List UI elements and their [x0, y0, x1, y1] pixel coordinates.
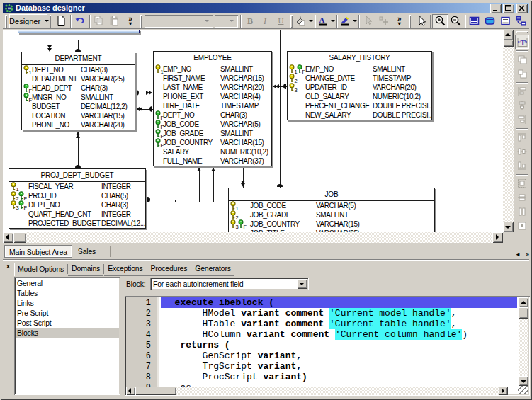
code-line-1[interactable]: execute ibeblock ( [161, 297, 517, 308]
canvas-scroll-up-button[interactable] [503, 30, 514, 40]
panel-close-button[interactable]: x [4, 263, 12, 270]
align-center-h-button[interactable] [515, 98, 529, 113]
code-line-4[interactable]: HColumn variant comment 'Current column … [161, 329, 517, 340]
editor-scroll-up-button[interactable] [519, 297, 528, 307]
code-line-3[interactable]: HTable variant comment 'Current table ha… [161, 319, 517, 329]
font-color-button[interactable]: A [317, 14, 335, 28]
panel-tab-procedures[interactable]: Procedures [147, 262, 191, 276]
canvas-scroll-right-button[interactable] [492, 232, 503, 243]
toolbar-overflow-chevron[interactable]: »▾ [392, 14, 407, 28]
toolbar-gripper[interactable] [516, 31, 528, 33]
subject-tab-main-subject-area[interactable]: Main Subject Area [4, 245, 72, 258]
editor-scroll-down-button[interactable] [519, 376, 528, 386]
code-editor[interactable]: 123456789 execute ibeblock ( HModel vari… [125, 296, 530, 396]
panel-tab-exceptions[interactable]: Exceptions [104, 262, 146, 276]
align-right-button[interactable] [515, 113, 529, 127]
editor-scroll-left-button[interactable] [126, 387, 135, 395]
resize-grip[interactable] [518, 386, 528, 394]
toolbar-gripper[interactable] [290, 15, 293, 28]
canvas-hscroll-thumb[interactable] [13, 232, 26, 243]
new-document-button[interactable] [53, 14, 69, 28]
align-bottom-button[interactable] [515, 159, 529, 173]
italic-button[interactable]: I [257, 14, 273, 28]
toolbar-scroll-left-icon[interactable]: ◄ [515, 251, 521, 258]
diagram-table-salary_history[interactable]: SALARY_HISTORY1FEMP_NOSMALLINT2CHANGE_DA… [287, 51, 432, 120]
dropdown-arrow-icon[interactable] [353, 20, 357, 22]
fit-page-button[interactable] [515, 219, 529, 233]
code-line-6[interactable]: GenScript variant, [161, 350, 517, 361]
toolbar-gripper[interactable] [50, 15, 52, 28]
editor-hscrollbar[interactable] [126, 387, 508, 395]
editor-scroll-right-button[interactable] [499, 387, 508, 395]
options-list-item-tables[interactable]: Tables [16, 288, 119, 298]
same-size-button[interactable] [515, 176, 529, 190]
diagram-canvas[interactable]: DEPARTMENT1DEPT_NOCHAR(3)DEPARTMENTVARCH… [3, 30, 503, 232]
options-list-item-post-script[interactable]: Post Script [16, 318, 119, 328]
close-button[interactable] [516, 4, 528, 13]
align-middle-button[interactable] [515, 144, 529, 159]
editor-vscrollbar[interactable] [519, 297, 528, 386]
panel-tab-model-options[interactable]: Model Options [14, 263, 67, 276]
editor-vscroll-thumb[interactable] [519, 307, 528, 319]
editor-code-area[interactable]: execute ibeblock ( HModel variant commen… [161, 297, 517, 394]
subject-tab-sales[interactable]: Sales [74, 245, 100, 258]
editor-hscroll-thumb[interactable] [135, 387, 176, 395]
zoom-in-button[interactable] [432, 14, 448, 28]
same-height-button[interactable] [515, 205, 529, 219]
select-pointer-button[interactable] [361, 14, 376, 28]
clipped-table-bottom[interactable] [18, 30, 140, 33]
dropdown-arrow-icon[interactable] [309, 20, 313, 22]
copy-button[interactable] [91, 14, 107, 28]
bring-to-front-button[interactable] [515, 52, 529, 67]
diagram-table-employee[interactable]: EMPLOYEE1EMP_NOSMALLINTFIRST_NAMEVARCHAR… [153, 51, 272, 166]
canvas-vscrollbar[interactable] [503, 30, 514, 232]
align-left-button[interactable] [515, 84, 529, 98]
underline-button[interactable]: U [273, 14, 288, 28]
panel-tab-domains[interactable]: Domains [68, 262, 103, 276]
canvas-vscroll-thumb[interactable] [503, 40, 514, 47]
diagram-table-job[interactable]: JOB1JOB_CODEVARCHAR(5)2JOB_GRADESMALLINT… [228, 188, 435, 232]
options-list-item-links[interactable]: Links [16, 298, 119, 308]
code-line-7[interactable]: TrgScript variant, [161, 361, 517, 372]
code-line-2[interactable]: HModel variant comment 'Current model ha… [161, 308, 517, 319]
canvas-scroll-left-button[interactable] [3, 232, 13, 243]
new-region-button[interactable] [482, 14, 498, 28]
paste-button[interactable] [107, 14, 123, 28]
diagram-table-proj_dept_budget[interactable]: PROJ_DEPT_BUDGET1FISCAL_YEARINTEGER2FPRO… [9, 168, 146, 229]
bold-button[interactable]: B [242, 14, 257, 28]
maximize-button[interactable] [503, 4, 514, 13]
canvas-scroll-down-button[interactable] [503, 222, 514, 232]
undo-button[interactable] [72, 14, 88, 28]
dropdown-arrow-icon[interactable] [331, 20, 335, 22]
zoom-out-button[interactable] [448, 14, 463, 28]
code-line-8[interactable]: ProcScript variant) [161, 372, 517, 382]
send-to-back-button[interactable] [515, 67, 529, 81]
highlight-color-button[interactable] [339, 14, 357, 28]
pointer-button[interactable] [413, 14, 429, 28]
code-line-5[interactable]: returns ( [161, 340, 517, 350]
designer-menu-button[interactable]: Designer [9, 14, 47, 28]
toolbar-font-combo[interactable] [145, 15, 213, 28]
block-combobox[interactable]: For each autoincrement field [150, 278, 309, 290]
combo-dropdown-icon[interactable] [202, 16, 212, 26]
new-comment-button[interactable] [498, 14, 514, 28]
same-width-button[interactable] [515, 190, 529, 205]
add-object-button[interactable] [376, 14, 392, 28]
options-list-item-pre-script[interactable]: Pre Script [16, 308, 119, 318]
toolbar-gripper[interactable] [409, 15, 412, 28]
align-top-button[interactable] [515, 130, 529, 144]
canvas-hscrollbar[interactable] [3, 232, 503, 243]
toolbar-overflow-chevron[interactable]: »▾ [123, 14, 138, 28]
toolbar-gripper[interactable] [140, 15, 142, 28]
panel-tab-generators[interactable]: Generators [191, 262, 234, 276]
combo-dropdown-icon[interactable] [227, 16, 237, 26]
toolbar-fontsize-combo[interactable] [215, 15, 237, 28]
minimize-button[interactable] [490, 4, 502, 13]
fill-color-button[interactable] [295, 14, 313, 28]
diagram-table-department[interactable]: DEPARTMENT1DEPT_NOCHAR(3)DEPARTMENTVARCH… [21, 52, 135, 130]
options-list-item-blocks[interactable]: Blocks [16, 328, 119, 338]
new-table-button[interactable] [467, 14, 482, 28]
options-list-item-general[interactable]: General [16, 278, 119, 288]
toolbar-more-icon[interactable]: » [526, 251, 529, 258]
model-options-list[interactable]: GeneralTablesLinksPre ScriptPost ScriptB… [14, 277, 120, 395]
